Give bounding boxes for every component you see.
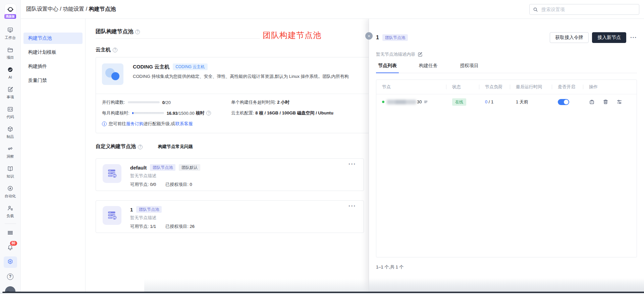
tab-node-list[interactable]: 节点列表	[376, 63, 399, 73]
settings-nav-build-node-pool[interactable]: 构建节点池	[23, 33, 83, 44]
panel-more-button[interactable]	[630, 34, 637, 41]
sidebar-item-label: 洞察	[7, 154, 14, 159]
sidebar-item-knowledge[interactable]: 知识	[1, 162, 20, 182]
pool-more-button[interactable]	[348, 203, 356, 209]
sidebar-item-load[interactable]: 负载	[1, 202, 20, 222]
note-edit-icon	[7, 86, 13, 94]
table-row: 30 在线 0 / 1 1 天前	[376, 94, 637, 109]
sidebar-item-workbench[interactable]: 工作台	[1, 23, 20, 43]
sliders-icon[interactable]	[616, 99, 622, 105]
settings-nav-build-plugins[interactable]: 构建插件	[23, 61, 83, 72]
sidebar-item-issues[interactable]: 事项	[1, 83, 20, 103]
sidebar-item-artifacts[interactable]: 制品	[1, 122, 20, 142]
load-divider: /	[487, 99, 491, 104]
cloud-icon	[102, 63, 123, 85]
rail-utilities: 80 ?	[4, 225, 17, 294]
load-total: 1	[491, 99, 493, 104]
breadcrumb-current: 构建节点池	[89, 6, 116, 12]
pool-tag-team: 团队节点池	[136, 206, 162, 213]
cube-icon	[7, 126, 13, 134]
node-pool-card-default[interactable]: default 团队节点池 团队默认 暂无节点描述 可用节点: 0/0已授权项目…	[96, 158, 364, 191]
annotation-text: 团队构建节点池	[260, 30, 321, 41]
redacted-node-name	[387, 100, 416, 104]
help-icon[interactable]	[206, 111, 211, 115]
online-dot-icon	[382, 101, 384, 103]
settings-nav-build-plan-template[interactable]: 构建计划模板	[23, 47, 83, 58]
nodes-label: 可用节点:	[130, 182, 149, 187]
nodes-value: 1/1	[150, 224, 156, 229]
sidebar-item-label: 制品	[7, 135, 14, 139]
tab-build-tasks[interactable]: 构建任务	[417, 63, 440, 73]
sidebar-item-label: 负载	[7, 214, 14, 218]
load-used-link[interactable]: 0	[485, 99, 487, 104]
breadcrumb-prefix[interactable]: 团队设置中心 / 功能设置 /	[26, 6, 89, 12]
tab-authorized-projects[interactable]: 授权项目	[458, 63, 481, 73]
coding-logo-icon	[5, 4, 16, 15]
sidebar-item-insights[interactable]: 洞察	[1, 142, 20, 162]
sidebar-item-ai[interactable]: AI	[1, 63, 20, 83]
sidebar-item-label: 工作台	[5, 36, 16, 40]
panel-pool-tag: 团队节点池	[382, 34, 408, 41]
nodes-value: 0/0	[150, 182, 156, 187]
person-list-icon	[7, 205, 13, 213]
pool-name: 1	[130, 207, 133, 212]
contact-support-link[interactable]: 联系客服	[175, 121, 193, 127]
book-icon	[7, 165, 13, 173]
build-node-faq-link[interactable]: 构建节点常见问题	[158, 144, 193, 150]
gear-icon	[7, 258, 13, 266]
col-last-run: 最后运行时间	[510, 80, 552, 94]
cloud-card-title: CODING 云主机	[133, 64, 169, 70]
help-icon[interactable]	[138, 145, 143, 149]
node-pool-card-1[interactable]: 1 团队节点池 暂无节点描述 可用节点: 1/1已授权项目: 26	[96, 200, 364, 233]
stat-total: /20	[165, 100, 171, 105]
sidebar-item-automation[interactable]: 自动化	[1, 182, 20, 202]
pool-description: 暂无节点描述	[130, 173, 200, 179]
apps-grid-button[interactable]	[4, 228, 17, 239]
settings-nav: 构建节点池 构建计划模板 构建插件 质量门禁	[21, 19, 86, 294]
pool-tag-team: 团队节点池	[150, 164, 175, 171]
breadcrumb: 团队设置中心 / 功能设置 / 构建节点池	[26, 6, 116, 13]
stat-label: 云主机配置:	[231, 110, 254, 116]
get-access-token-button[interactable]: 获取接入令牌	[550, 32, 589, 43]
node-details-icon[interactable]	[424, 100, 428, 104]
enable-toggle[interactable]	[558, 99, 569, 105]
edit-icon[interactable]	[418, 52, 423, 57]
cloud-card-description: CODING 持续集成为您提供的稳定、安全、弹性、高性能的云端计算资源,默认为 …	[133, 74, 368, 80]
settings-nav-quality-gate[interactable]: 质量门禁	[23, 75, 83, 86]
trash-icon[interactable]	[603, 99, 608, 105]
close-icon[interactable]	[365, 32, 373, 40]
question-icon: ?	[7, 274, 13, 280]
monthly-progress-bar	[132, 112, 164, 114]
grid-dots-icon	[7, 230, 13, 237]
help-icon[interactable]	[113, 48, 117, 52]
settings-button[interactable]	[4, 256, 17, 268]
last-run-cell: 1 天前	[510, 94, 552, 109]
app-logo[interactable]: 高级版	[4, 4, 16, 19]
stat-unit: 核时	[196, 110, 204, 116]
node-name-cell[interactable]: 30	[376, 94, 446, 109]
settings-search[interactable]	[529, 4, 639, 15]
help-icon[interactable]	[135, 30, 140, 34]
search-input[interactable]	[541, 6, 636, 12]
app-rail: 高级版 工作台 项目 AI 事项 代码	[0, 0, 21, 294]
help-button[interactable]: ?	[4, 271, 17, 282]
panel-tabs: 节点列表 构建任务 授权项目	[376, 63, 637, 73]
add-new-node-button[interactable]: 接入新节点	[592, 32, 626, 43]
service-order-link[interactable]: 服务订购	[126, 121, 144, 127]
pool-stats: 可用节点: 1/1已授权项目: 26	[130, 224, 195, 230]
page-title: 团队构建节点池	[96, 28, 133, 35]
sidebar-item-projects[interactable]: 项目	[1, 43, 20, 63]
notifications-button[interactable]: 80	[4, 242, 17, 253]
custom-pool-title: 自定义构建节点池	[96, 143, 136, 150]
pool-tag-default: 团队默认	[179, 164, 200, 171]
window-bottom-bar	[2, 292, 644, 293]
stat-label: 并行构建数:	[102, 99, 125, 105]
node-pool-detail-panel: 1 团队节点池 获取接入令牌 接入新节点 暂无节点池描述内容 节点列表 构建任务…	[369, 19, 644, 294]
search-icon	[533, 7, 538, 12]
sidebar-item-code[interactable]: 代码	[1, 103, 20, 122]
archive-box-icon[interactable]	[589, 99, 595, 105]
pool-more-button[interactable]	[348, 161, 356, 167]
app-window: 高级版 工作台 项目 AI 事项 代码	[0, 0, 644, 294]
stat-value: 16.93	[167, 111, 178, 116]
timeout-stat: 单个构建任务超时时间: 2 小时	[231, 99, 368, 105]
